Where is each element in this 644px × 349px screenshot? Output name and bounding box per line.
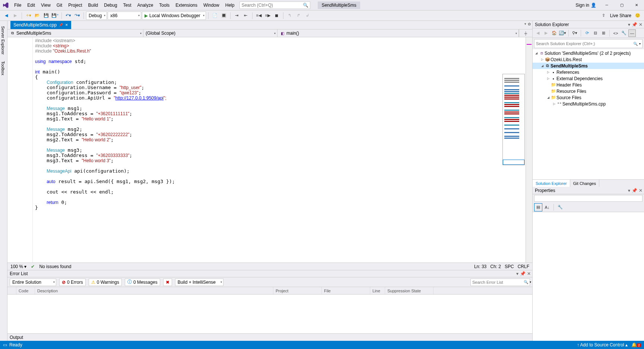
pin-icon[interactable]: 📌: [632, 188, 637, 193]
quick-search-input[interactable]: [241, 3, 308, 8]
se-home-icon[interactable]: 🏠: [551, 29, 558, 37]
scope-combo[interactable]: Entire Solution: [10, 279, 56, 286]
indent-right-icon[interactable]: ≡▶: [264, 12, 272, 20]
properties-object-combo[interactable]: [534, 195, 643, 202]
tree-item[interactable]: 📁Resource Files: [533, 88, 644, 94]
tb-d-icon[interactable]: ⇤: [242, 12, 250, 20]
start-debug-button[interactable]: ▶ Local Windows Debugger: [142, 12, 206, 20]
menu-view[interactable]: View: [38, 0, 54, 10]
chevron-down-icon[interactable]: ▾: [639, 42, 641, 45]
platform-combo[interactable]: x86: [108, 12, 141, 20]
window-dropdown-icon[interactable]: ▾: [628, 22, 630, 27]
chevron-down-icon[interactable]: ▾: [530, 280, 531, 284]
tree-item[interactable]: 📁Header Files: [533, 82, 644, 88]
menu-debug[interactable]: Debug: [101, 0, 120, 10]
quick-search[interactable]: 🔍: [239, 1, 310, 9]
error-col-header[interactable]: Code: [16, 287, 35, 294]
nav-back-button[interactable]: ◀: [2, 12, 10, 20]
clear-filter-button[interactable]: ✖: [163, 279, 172, 286]
menu-analyze[interactable]: Analyze: [134, 0, 156, 10]
nav-forward-button[interactable]: ▶: [11, 12, 19, 20]
se-viewcode-icon[interactable]: <>: [612, 29, 619, 37]
tree-item[interactable]: ▷⁺⁺SendMultipleSms.cpp: [533, 101, 644, 107]
tree-item[interactable]: ◢📁Source Files: [533, 94, 644, 101]
error-search[interactable]: 🔍 ▾: [470, 279, 530, 286]
tb-g-icon[interactable]: ↲: [304, 12, 312, 20]
code-editor[interactable]: #include <iostream> #include <string> #i…: [7, 37, 532, 262]
tab-git-changes[interactable]: Git Changes: [570, 180, 599, 187]
menu-file[interactable]: File: [11, 0, 24, 10]
document-tab-active[interactable]: SendMultipleSms.cpp 📌 ✕: [10, 21, 71, 29]
server-explorer-tab[interactable]: Server Explorer: [0, 25, 7, 56]
se-back-icon[interactable]: ◀: [534, 29, 542, 37]
menu-help[interactable]: Help: [222, 0, 238, 10]
redo-button[interactable]: ↷▾: [73, 12, 81, 20]
close-icon[interactable]: ✕: [65, 23, 68, 27]
open-button[interactable]: 📂: [33, 12, 41, 20]
menu-test[interactable]: Test: [120, 0, 134, 10]
tb-f-icon[interactable]: ↱: [295, 12, 303, 20]
liveshare-icon[interactable]: ⇪: [600, 12, 608, 20]
window-dropdown-icon[interactable]: ▾: [516, 271, 518, 276]
menu-build[interactable]: Build: [85, 0, 101, 10]
tb-c-icon[interactable]: ⇥: [233, 12, 241, 20]
maximize-button[interactable]: ▢: [614, 0, 629, 10]
zoom-combo[interactable]: 100 % ▾: [10, 264, 26, 269]
nav-class-combo[interactable]: ⧉ SendMultipleSms: [7, 29, 143, 37]
indent-left-icon[interactable]: ≡◀: [255, 12, 263, 20]
menu-project[interactable]: Project: [65, 0, 85, 10]
close-icon[interactable]: ✕: [639, 188, 643, 193]
alpha-sort-icon[interactable]: A↓: [543, 203, 551, 211]
menu-edit[interactable]: Edit: [24, 0, 38, 10]
tree-item[interactable]: ▷📦Ozeki.Libs.Rest: [533, 56, 644, 63]
tb-b-icon[interactable]: 🔳: [220, 12, 228, 20]
chevron-down-icon[interactable]: ▾: [524, 22, 526, 26]
vertical-scrollbar[interactable]: [526, 37, 532, 262]
se-filter-icon[interactable]: ⚲▾: [571, 29, 578, 37]
messages-filter[interactable]: ⓘ0 Messages: [125, 279, 160, 286]
tree-item[interactable]: ▷▪External Dependencies: [533, 75, 644, 82]
save-all-button[interactable]: 💾⁺: [51, 12, 59, 20]
nav-func-combo[interactable]: ◧ main(): [277, 29, 519, 37]
se-switch-view-icon[interactable]: 🔄▾: [559, 29, 566, 37]
window-dropdown-icon[interactable]: ▾: [628, 188, 630, 193]
toolbox-tab[interactable]: Toolbox: [0, 60, 7, 77]
categorized-icon[interactable]: ▤: [534, 203, 542, 211]
add-source-control-button[interactable]: ↑ Add to Source Control ▴: [577, 342, 628, 348]
build-combo[interactable]: Build + IntelliSense: [175, 279, 223, 286]
error-col-header[interactable]: [7, 287, 16, 294]
prop-pages-icon[interactable]: 🔧: [556, 203, 564, 211]
tree-item[interactable]: ▷▪References: [533, 69, 644, 75]
new-project-button[interactable]: ✧▾: [24, 12, 32, 20]
menu-tools[interactable]: Tools: [156, 0, 172, 10]
close-icon[interactable]: ✕: [639, 22, 643, 27]
notifications-button[interactable]: 🔔2: [631, 342, 641, 348]
close-button[interactable]: ✕: [629, 0, 644, 10]
se-collapse-icon[interactable]: ⊟: [591, 29, 599, 37]
pin-icon[interactable]: 📌: [59, 23, 63, 27]
tree-item[interactable]: ◢⧉SendMultipleSms: [533, 63, 644, 69]
output-tab[interactable]: Output: [7, 333, 532, 341]
bookmark-icon[interactable]: ◼: [273, 12, 281, 20]
errors-filter[interactable]: ⊘0 Errors: [59, 279, 86, 286]
se-props-icon[interactable]: 🔧: [620, 29, 628, 37]
tab-solution-explorer[interactable]: Solution Explorer: [533, 180, 570, 187]
error-col-header[interactable]: Suppression State: [385, 287, 434, 294]
save-button[interactable]: 💾: [42, 12, 50, 20]
tb-a-icon[interactable]: 📄: [211, 12, 219, 20]
liveshare-label[interactable]: Live Share: [610, 13, 631, 18]
config-combo[interactable]: Debug: [86, 12, 107, 20]
se-showall-icon[interactable]: ⊞: [600, 29, 607, 37]
split-icon[interactable]: ╪: [524, 31, 527, 35]
tb-e-icon[interactable]: ↰: [286, 12, 294, 20]
menu-extensions[interactable]: Extensions: [172, 0, 200, 10]
signin-button[interactable]: Sign in 👤: [572, 3, 599, 8]
se-fwd-icon[interactable]: ▶: [542, 29, 550, 37]
nav-scope-combo[interactable]: (Global Scope): [143, 29, 277, 37]
error-col-header[interactable]: Project: [273, 287, 322, 294]
menu-window[interactable]: Window: [200, 0, 222, 10]
error-col-header[interactable]: File: [322, 287, 370, 294]
pin-icon[interactable]: 📌: [632, 22, 637, 27]
se-sync-icon[interactable]: ⟳: [583, 29, 591, 37]
window-options-icon[interactable]: ✿: [528, 22, 531, 26]
